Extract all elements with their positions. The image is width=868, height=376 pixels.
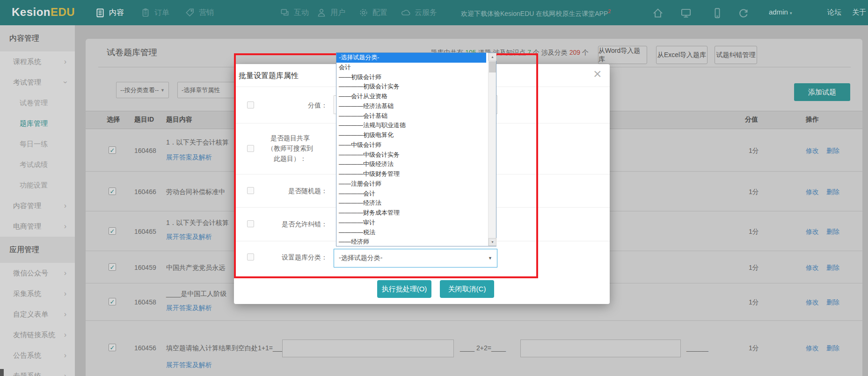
row-checkbox[interactable]: ✓ xyxy=(109,188,116,195)
sidebar-item-daily-practice[interactable]: 每日一练 xyxy=(0,134,75,154)
monitor-icon[interactable] xyxy=(680,7,692,21)
sidebar-item-wechat[interactable]: 微信公众号› xyxy=(0,263,75,283)
nav-tab-interaction[interactable]: 互动 xyxy=(280,0,309,25)
user-person-icon xyxy=(316,7,327,18)
sidebar-item-ecommerce[interactable]: 电商管理› xyxy=(0,216,75,237)
col-content: 题目内容 xyxy=(166,116,192,124)
delete-link[interactable]: 删除 xyxy=(826,147,839,155)
edit-link[interactable]: 修改 xyxy=(806,188,819,196)
dropdown-option[interactable]: ————税法 xyxy=(336,228,486,238)
home-icon[interactable] xyxy=(652,7,664,21)
chevron-right-icon: › xyxy=(64,269,66,277)
edit-link[interactable]: 修改 xyxy=(806,147,819,155)
scrollbar-thumb[interactable] xyxy=(489,61,496,72)
dropdown-option[interactable]: ————法规与职业道德 xyxy=(336,121,486,130)
expand-answer-link[interactable]: 展开答案及解析 xyxy=(166,361,212,369)
chapter-filter-select[interactable]: -选择章节属性 xyxy=(177,82,239,98)
nav-tab-marketing[interactable]: 营销 xyxy=(185,0,214,25)
import-excel-button[interactable]: 从Excel导入题库 xyxy=(656,46,708,64)
expand-answer-link[interactable]: 展开答案及解析 xyxy=(166,304,212,312)
sidebar-item-custom-forms[interactable]: 自定义表单› xyxy=(0,304,75,325)
sidebar-item-topics[interactable]: 专题系统› xyxy=(0,366,75,376)
scroll-up-icon[interactable]: ▲ xyxy=(489,53,496,61)
dropdown-option[interactable]: ————审计 xyxy=(336,218,486,228)
dropdown-option[interactable]: ————中级经济法 xyxy=(336,159,486,169)
category-filter-select[interactable]: --按分类查看--▼ xyxy=(116,82,169,98)
close-icon[interactable]: × xyxy=(593,66,602,82)
row-checkbox[interactable]: ✓ xyxy=(109,146,116,154)
dropdown-option[interactable]: 会计 xyxy=(336,63,486,72)
refresh-icon[interactable] xyxy=(737,7,750,21)
dropdown-option-selected[interactable]: -选择试题分类- xyxy=(336,53,486,63)
nav-tab-cloud[interactable]: 云服务 xyxy=(401,0,437,25)
delete-link[interactable]: 删除 xyxy=(826,264,839,272)
row-checkbox[interactable]: ✓ xyxy=(109,344,116,351)
answer-input-2[interactable] xyxy=(520,340,681,357)
expand-answer-link[interactable]: 展开答案及解析 xyxy=(166,153,212,162)
sidebar-item-announcements[interactable]: 公告系统› xyxy=(0,345,75,366)
dropdown-option[interactable]: ——初级会计师 xyxy=(336,72,486,82)
scroll-down-icon[interactable]: ▼ xyxy=(489,238,496,246)
sidebar-item-course-system[interactable]: 课程系统› xyxy=(0,51,75,72)
dropdown-option[interactable]: ————中级会计实务 xyxy=(336,150,486,160)
dropdown-option[interactable]: ——经济师 xyxy=(336,237,486,247)
about-link[interactable]: 关于 xyxy=(852,8,866,17)
dropdown-option[interactable]: ——会计从业资格 xyxy=(336,92,486,101)
edit-link[interactable]: 修改 xyxy=(806,228,819,236)
col-ops: 操作 xyxy=(806,116,819,124)
nav-tab-label: 内容 xyxy=(109,8,124,18)
dropdown-option[interactable]: ————会计基础 xyxy=(336,111,486,121)
dropdown-option[interactable]: ————初级会计实务 xyxy=(336,82,486,92)
sidebar-item-paper-management[interactable]: 试卷管理 xyxy=(0,93,75,113)
row-checkbox[interactable]: ✓ xyxy=(109,298,116,305)
dropdown-option[interactable]: ————中级财务管理 xyxy=(336,169,486,179)
error-manage-button[interactable]: 试题纠错管理 xyxy=(715,46,757,64)
sidebar-item-collection[interactable]: 采集系统› xyxy=(0,283,75,304)
delete-link[interactable]: 删除 xyxy=(826,298,839,307)
edit-link[interactable]: 修改 xyxy=(806,264,819,272)
dropdown-option[interactable]: ————财务成本管理 xyxy=(336,208,486,218)
row-content: 中国共产党党员永远 xyxy=(166,264,225,272)
dropdown-option[interactable]: ————初级电算化 xyxy=(336,130,486,140)
dropdown-option[interactable]: ————经济法 xyxy=(336,198,486,208)
row-checkbox[interactable]: ✓ xyxy=(109,227,116,235)
delete-link[interactable]: 删除 xyxy=(826,344,839,353)
interact-chat-icon xyxy=(280,7,290,18)
import-word-button[interactable]: 从Word导入题库 xyxy=(598,46,647,64)
row-checkbox[interactable]: ✓ xyxy=(109,263,116,271)
delete-link[interactable]: 删除 xyxy=(826,228,839,236)
chevron-right-icon: › xyxy=(64,58,66,66)
welcome-banner[interactable]: 欢迎下载体验KesionEDU 在线网校原生云课堂APP2 xyxy=(461,8,611,18)
logo[interactable]: KesionEDU xyxy=(12,6,75,19)
dropdown-option[interactable]: ————经济法基础 xyxy=(336,101,486,111)
chevron-right-icon: › xyxy=(64,202,66,210)
sidebar-item-question-bank[interactable]: 题库管理 xyxy=(0,113,75,134)
nav-tab-content[interactable]: 内容 xyxy=(95,0,124,25)
delete-link[interactable]: 删除 xyxy=(826,188,839,196)
dropdown-scrollbar[interactable]: ▲ ▼ xyxy=(488,53,496,246)
sidebar-item-function-settings[interactable]: 功能设置 xyxy=(0,175,75,195)
dropdown-option[interactable]: ——中级会计师 xyxy=(336,140,486,150)
edit-link[interactable]: 修改 xyxy=(806,344,819,353)
answer-input-1[interactable] xyxy=(282,340,454,357)
dropdown-option[interactable]: ——注册会计师 xyxy=(336,179,486,189)
admin-menu[interactable]: admin ▾ xyxy=(769,8,792,16)
row-content: 1．以下关于会计核算 xyxy=(166,219,229,227)
nav-tab-users[interactable]: 用户 xyxy=(316,0,345,25)
edit-link[interactable]: 修改 xyxy=(806,298,819,307)
nav-tab-orders[interactable]: 订单 xyxy=(140,0,169,25)
mobile-icon[interactable] xyxy=(711,7,723,21)
cancel-close-button[interactable]: 关闭取消(C) xyxy=(440,280,494,298)
row-content: 1．以下关于会计核算 xyxy=(166,138,229,147)
sidebar-item-exam-management[interactable]: 考试管理› xyxy=(0,72,75,93)
sidebar-item-content-management[interactable]: 内容管理› xyxy=(0,195,75,216)
add-question-button[interactable]: 添加试题 xyxy=(794,83,850,101)
sidebar-item-friend-links[interactable]: 友情链接系统› xyxy=(0,325,75,345)
nav-tab-config[interactable]: 配置 xyxy=(358,0,387,25)
col-score: 分值 xyxy=(745,116,758,124)
sidebar-item-exam-results[interactable]: 考试成绩 xyxy=(0,154,75,175)
dropdown-option[interactable]: ————会计 xyxy=(336,189,486,199)
forum-link[interactable]: 论坛 xyxy=(827,8,841,17)
expand-answer-link[interactable]: 展开答案及解析 xyxy=(166,233,212,241)
execute-batch-button[interactable]: 执行批处理(O) xyxy=(377,280,431,298)
